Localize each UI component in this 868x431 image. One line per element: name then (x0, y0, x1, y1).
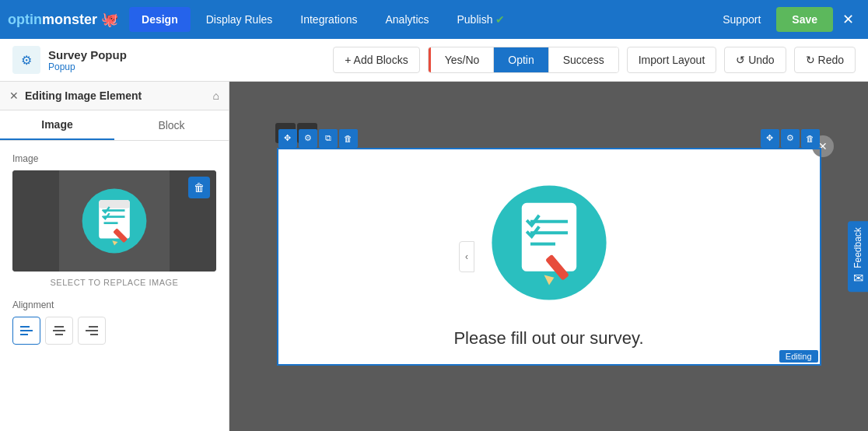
save-button[interactable]: Save (776, 7, 833, 32)
add-blocks-button[interactable]: + Add Blocks (333, 47, 419, 73)
panel-content: Image 🗑 (0, 141, 229, 357)
feedback-label: Feedback (852, 227, 863, 268)
panel-tabs: Image Block (0, 110, 229, 141)
block-right-move-button[interactable]: ✥ (761, 129, 779, 148)
import-layout-button[interactable]: Import Layout (627, 47, 717, 73)
svg-rect-8 (20, 326, 30, 328)
align-center-icon (53, 324, 65, 337)
view-tabs: Yes/No Optin Success (428, 47, 619, 73)
close-button[interactable]: ✕ (836, 5, 860, 34)
svg-rect-13 (55, 334, 63, 335)
nav-tab-analytics[interactable]: Analytics (373, 7, 441, 32)
align-left-button[interactable] (12, 317, 40, 345)
block-delete-button[interactable]: 🗑 (339, 129, 358, 148)
campaign-icon: ⚙ (12, 46, 40, 74)
block-right-settings-button[interactable]: ⚙ (781, 129, 800, 148)
svg-rect-12 (53, 330, 65, 331)
main-content: ✕ Editing Image Element ⌂ Image Block Im… (0, 82, 868, 431)
svg-rect-5 (99, 200, 130, 208)
svg-rect-11 (54, 326, 64, 328)
sub-header: ⚙ Survey Popup Popup + Add Blocks Yes/No… (0, 39, 868, 82)
undo-button[interactable]: ↺ Undo (724, 47, 786, 73)
panel-close-button[interactable]: ✕ (9, 89, 19, 102)
panel-home-button[interactable]: ⌂ (213, 89, 219, 102)
tab-yesno[interactable]: Yes/No (429, 47, 494, 72)
left-panel: ✕ Editing Image Element ⌂ Image Block Im… (0, 82, 229, 431)
canvas-image-area (278, 149, 820, 321)
tab-optin[interactable]: Optin (493, 47, 548, 72)
align-right-button[interactable] (78, 317, 106, 345)
nav-tab-publish[interactable]: Publish✔ (445, 7, 518, 32)
nav-tab-design[interactable]: Design (129, 7, 191, 32)
nav-tab-display-rules[interactable]: Display Rules (194, 7, 285, 32)
panel-tab-block[interactable]: Block (114, 110, 229, 140)
image-section-label: Image (12, 153, 216, 164)
alignment-label: Alignment (12, 300, 216, 310)
image-preview[interactable]: 🗑 (12, 170, 216, 272)
campaign-type: Popup (48, 61, 127, 72)
svg-rect-10 (20, 334, 28, 335)
block-right-delete-button[interactable]: 🗑 (801, 129, 820, 148)
select-image-label: SELECT TO REPLACE IMAGE (12, 278, 216, 287)
logo: optinmonster 🐙 (8, 11, 118, 28)
feedback-icon: ✉ (853, 271, 863, 286)
campaign-info: ⚙ Survey Popup Popup (12, 46, 127, 74)
block-toolbar-left: ✥ ⚙ ⧉ 🗑 (278, 129, 358, 148)
alignment-buttons (12, 317, 216, 345)
block-toolbar-right: ✥ ⚙ 🗑 (761, 129, 820, 148)
header: optinmonster 🐙 Design Display Rules Inte… (0, 0, 868, 39)
canvas-survey-text: Please fill out our survey. (278, 321, 820, 364)
delete-image-button[interactable]: 🗑 (188, 177, 210, 198)
svg-rect-16 (90, 334, 98, 335)
canvas-content-block: ✥ ⚙ ⧉ 🗑 ✥ ⚙ 🗑 (277, 148, 821, 366)
canvas-wrapper: ⚙ 🗑 ✕ ✥ ⚙ ⧉ 🗑 ✥ ⚙ (277, 148, 821, 366)
nav-tab-integrations[interactable]: Integrations (288, 7, 369, 32)
align-center-button[interactable] (45, 317, 73, 345)
collapse-panel-button[interactable]: ‹ (459, 241, 474, 272)
editing-badge: Editing (779, 350, 818, 363)
feedback-tab[interactable]: Feedback ✉ (848, 221, 868, 293)
align-left-icon (20, 324, 33, 337)
survey-preview-icon (79, 186, 149, 256)
campaign-name: Survey Popup (48, 48, 127, 61)
svg-rect-9 (20, 330, 33, 331)
nav-tab-support[interactable]: Support (710, 7, 773, 32)
panel-tab-image[interactable]: Image (0, 110, 114, 140)
canvas-area: ⚙ 🗑 ✕ ✥ ⚙ ⧉ 🗑 ✥ ⚙ (229, 82, 868, 431)
tab-success[interactable]: Success (548, 47, 618, 72)
block-settings-button[interactable]: ⚙ (299, 129, 317, 148)
survey-canvas-icon (487, 180, 611, 305)
panel-header: ✕ Editing Image Element ⌂ (0, 82, 229, 110)
canvas-panel: ✕ ✥ ⚙ ⧉ 🗑 ✥ ⚙ 🗑 (277, 148, 821, 366)
block-copy-button[interactable]: ⧉ (319, 129, 338, 148)
dark-left (12, 170, 59, 272)
align-right-icon (86, 324, 98, 337)
svg-rect-15 (86, 330, 98, 331)
svg-rect-14 (89, 326, 98, 328)
block-move-button[interactable]: ✥ (278, 129, 297, 148)
redo-button[interactable]: ↻ Redo (794, 47, 856, 73)
panel-title: Editing Image Element (25, 89, 207, 102)
